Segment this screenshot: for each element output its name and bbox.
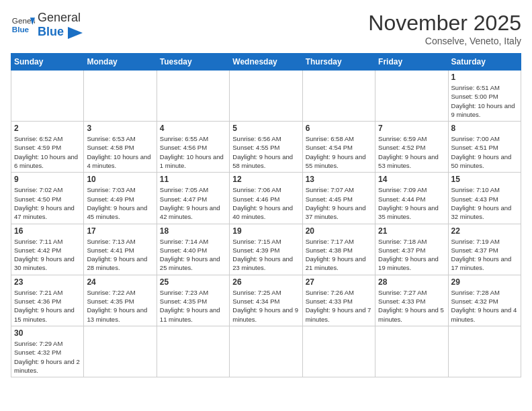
day-info: Sunrise: 7:19 AM Sunset: 4:37 PM Dayligh… xyxy=(451,237,518,273)
day-info: Sunrise: 7:02 AM Sunset: 4:50 PM Dayligh… xyxy=(14,185,81,221)
calendar-cell: 29Sunrise: 7:28 AM Sunset: 4:32 PM Dayli… xyxy=(448,275,521,326)
day-info: Sunrise: 7:14 AM Sunset: 4:40 PM Dayligh… xyxy=(160,237,226,273)
logo-general-text: General xyxy=(38,11,81,25)
weekday-header-row: SundayMondayTuesdayWednesdayThursdayFrid… xyxy=(11,54,521,71)
day-info: Sunrise: 7:07 AM Sunset: 4:45 PM Dayligh… xyxy=(306,185,372,221)
day-number: 27 xyxy=(306,277,372,287)
calendar-cell: 30Sunrise: 7:29 AM Sunset: 4:32 PM Dayli… xyxy=(11,326,84,377)
calendar-cell: 7Sunrise: 6:59 AM Sunset: 4:52 PM Daylig… xyxy=(375,122,448,173)
day-info: Sunrise: 7:27 AM Sunset: 4:33 PM Dayligh… xyxy=(378,288,445,324)
calendar-cell xyxy=(302,71,375,122)
calendar-cell: 16Sunrise: 7:11 AM Sunset: 4:42 PM Dayli… xyxy=(11,224,84,275)
calendar-cell: 27Sunrise: 7:26 AM Sunset: 4:33 PM Dayli… xyxy=(302,275,375,326)
calendar-cell: 10Sunrise: 7:03 AM Sunset: 4:49 PM Dayli… xyxy=(84,173,157,224)
calendar-cell: 23Sunrise: 7:21 AM Sunset: 4:36 PM Dayli… xyxy=(11,275,84,326)
day-number: 18 xyxy=(160,226,226,236)
logo-icon: General Blue xyxy=(11,13,35,37)
day-info: Sunrise: 7:21 AM Sunset: 4:36 PM Dayligh… xyxy=(14,288,81,324)
calendar-cell: 19Sunrise: 7:15 AM Sunset: 4:39 PM Dayli… xyxy=(230,224,302,275)
day-number: 9 xyxy=(14,175,81,184)
weekday-header-sunday: Sunday xyxy=(11,54,84,71)
page-header: General Blue General Blue November 2025 … xyxy=(11,11,521,46)
logo-blue-text: Blue xyxy=(38,25,64,38)
calendar-cell: 17Sunrise: 7:13 AM Sunset: 4:41 PM Dayli… xyxy=(84,224,157,275)
calendar-week-row: 1Sunrise: 6:51 AM Sunset: 5:00 PM Daylig… xyxy=(11,71,521,122)
svg-text:Blue: Blue xyxy=(12,25,30,34)
day-number: 17 xyxy=(87,226,153,236)
day-info: Sunrise: 7:05 AM Sunset: 4:47 PM Dayligh… xyxy=(160,185,226,221)
location-text: Conselve, Veneto, Italy xyxy=(368,36,521,46)
day-info: Sunrise: 7:09 AM Sunset: 4:44 PM Dayligh… xyxy=(378,185,445,221)
calendar-cell xyxy=(84,326,157,377)
weekday-header-tuesday: Tuesday xyxy=(157,54,229,71)
calendar-week-row: 16Sunrise: 7:11 AM Sunset: 4:42 PM Dayli… xyxy=(11,224,521,275)
day-info: Sunrise: 7:00 AM Sunset: 4:51 PM Dayligh… xyxy=(451,134,518,170)
calendar-cell: 12Sunrise: 7:06 AM Sunset: 4:46 PM Dayli… xyxy=(230,173,302,224)
weekday-header-thursday: Thursday xyxy=(302,54,375,71)
day-info: Sunrise: 7:15 AM Sunset: 4:39 PM Dayligh… xyxy=(232,237,299,273)
calendar-cell: 3Sunrise: 6:53 AM Sunset: 4:58 PM Daylig… xyxy=(84,122,157,173)
calendar-cell xyxy=(157,71,229,122)
day-number: 12 xyxy=(232,175,299,184)
day-number: 5 xyxy=(232,124,299,133)
day-number: 21 xyxy=(378,226,445,236)
calendar-cell: 6Sunrise: 6:58 AM Sunset: 4:54 PM Daylig… xyxy=(302,122,375,173)
calendar-cell: 28Sunrise: 7:27 AM Sunset: 4:33 PM Dayli… xyxy=(375,275,448,326)
day-number: 28 xyxy=(378,277,445,287)
calendar-cell: 5Sunrise: 6:56 AM Sunset: 4:55 PM Daylig… xyxy=(230,122,302,173)
weekday-header-monday: Monday xyxy=(84,54,157,71)
day-info: Sunrise: 7:10 AM Sunset: 4:43 PM Dayligh… xyxy=(451,185,518,221)
calendar-week-row: 2Sunrise: 6:52 AM Sunset: 4:59 PM Daylig… xyxy=(11,122,521,173)
blue-triangle-icon xyxy=(68,27,83,39)
day-number: 3 xyxy=(87,124,153,133)
day-number: 19 xyxy=(232,226,299,236)
calendar-table: SundayMondayTuesdayWednesdayThursdayFrid… xyxy=(11,53,521,377)
calendar-cell xyxy=(375,326,448,377)
day-number: 14 xyxy=(378,175,445,184)
day-info: Sunrise: 7:23 AM Sunset: 4:35 PM Dayligh… xyxy=(160,288,226,324)
day-info: Sunrise: 6:51 AM Sunset: 5:00 PM Dayligh… xyxy=(451,83,518,119)
svg-marker-3 xyxy=(68,27,83,39)
calendar-cell: 14Sunrise: 7:09 AM Sunset: 4:44 PM Dayli… xyxy=(375,173,448,224)
calendar-cell xyxy=(157,326,229,377)
calendar-cell: 22Sunrise: 7:19 AM Sunset: 4:37 PM Dayli… xyxy=(448,224,521,275)
calendar-cell: 24Sunrise: 7:22 AM Sunset: 4:35 PM Dayli… xyxy=(84,275,157,326)
day-number: 2 xyxy=(14,124,81,133)
day-number: 6 xyxy=(306,124,372,133)
logo: General Blue General Blue xyxy=(11,11,83,39)
calendar-cell xyxy=(302,326,375,377)
day-info: Sunrise: 6:56 AM Sunset: 4:55 PM Dayligh… xyxy=(232,134,299,170)
day-number: 13 xyxy=(306,175,372,184)
calendar-week-row: 30Sunrise: 7:29 AM Sunset: 4:32 PM Dayli… xyxy=(11,326,521,377)
day-info: Sunrise: 6:59 AM Sunset: 4:52 PM Dayligh… xyxy=(378,134,445,170)
calendar-cell: 26Sunrise: 7:25 AM Sunset: 4:34 PM Dayli… xyxy=(230,275,302,326)
day-info: Sunrise: 6:52 AM Sunset: 4:59 PM Dayligh… xyxy=(14,134,81,170)
calendar-cell xyxy=(230,71,302,122)
day-number: 24 xyxy=(87,277,153,287)
weekday-header-saturday: Saturday xyxy=(448,54,521,71)
day-info: Sunrise: 7:18 AM Sunset: 4:37 PM Dayligh… xyxy=(378,237,445,273)
calendar-cell xyxy=(230,326,302,377)
calendar-cell: 8Sunrise: 7:00 AM Sunset: 4:51 PM Daylig… xyxy=(448,122,521,173)
calendar-cell: 9Sunrise: 7:02 AM Sunset: 4:50 PM Daylig… xyxy=(11,173,84,224)
day-number: 7 xyxy=(378,124,445,133)
calendar-cell: 25Sunrise: 7:23 AM Sunset: 4:35 PM Dayli… xyxy=(157,275,229,326)
weekday-header-wednesday: Wednesday xyxy=(230,54,302,71)
day-number: 1 xyxy=(451,73,518,82)
calendar-cell: 21Sunrise: 7:18 AM Sunset: 4:37 PM Dayli… xyxy=(375,224,448,275)
day-number: 4 xyxy=(160,124,226,133)
calendar-cell: 11Sunrise: 7:05 AM Sunset: 4:47 PM Dayli… xyxy=(157,173,229,224)
day-info: Sunrise: 7:03 AM Sunset: 4:49 PM Dayligh… xyxy=(87,185,153,221)
month-title: November 2025 xyxy=(368,11,521,36)
calendar-cell: 18Sunrise: 7:14 AM Sunset: 4:40 PM Dayli… xyxy=(157,224,229,275)
calendar-cell: 2Sunrise: 6:52 AM Sunset: 4:59 PM Daylig… xyxy=(11,122,84,173)
calendar-cell xyxy=(448,326,521,377)
day-info: Sunrise: 7:17 AM Sunset: 4:38 PM Dayligh… xyxy=(306,237,372,273)
day-info: Sunrise: 7:25 AM Sunset: 4:34 PM Dayligh… xyxy=(232,288,299,324)
calendar-week-row: 23Sunrise: 7:21 AM Sunset: 4:36 PM Dayli… xyxy=(11,275,521,326)
day-number: 15 xyxy=(451,175,518,184)
day-number: 23 xyxy=(14,277,81,287)
day-info: Sunrise: 7:06 AM Sunset: 4:46 PM Dayligh… xyxy=(232,185,299,221)
weekday-header-friday: Friday xyxy=(375,54,448,71)
calendar-cell: 13Sunrise: 7:07 AM Sunset: 4:45 PM Dayli… xyxy=(302,173,375,224)
